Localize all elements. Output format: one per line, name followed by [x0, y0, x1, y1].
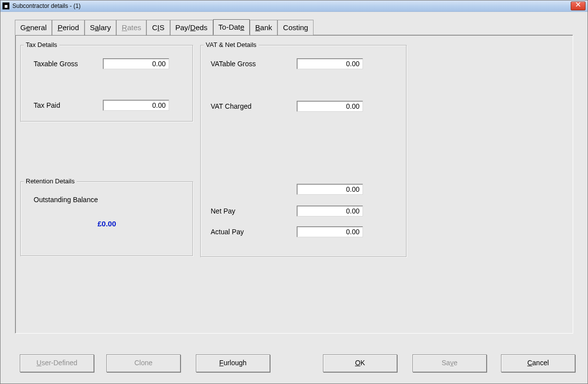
row-actual-pay: Actual Pay — [211, 225, 401, 238]
label-taxable-gross: Taxable Gross — [34, 60, 103, 68]
group-retention-details: Retention Details Outstanding Balance £0… — [20, 181, 193, 256]
group-legend: Retention Details — [24, 177, 77, 185]
dialog-window: ◼ Subcontractor details - (1) General Pe… — [0, 0, 588, 384]
tab-cis[interactable]: CIS — [146, 20, 170, 35]
furlough-button[interactable]: Furlough — [196, 354, 270, 372]
client-area: General Period Salary Rates CIS Pay/Deds… — [1, 12, 587, 383]
tab-panel: Tax Details Taxable Gross Tax Paid Reten… — [15, 35, 573, 334]
user-defined-button[interactable]: User-Defined — [20, 354, 94, 372]
cancel-button[interactable]: Cancel — [501, 354, 575, 372]
group-legend: VAT & Net Details — [204, 41, 259, 48]
ok-button[interactable]: OK — [323, 354, 397, 372]
row-vat-charged: VAT Charged — [211, 100, 401, 113]
tab-paydeds[interactable]: Pay/Deds — [170, 20, 213, 35]
app-icon: ◼ — [2, 2, 9, 9]
group-legend: Tax Details — [24, 41, 59, 48]
tab-bank[interactable]: Bank — [250, 20, 277, 35]
tab-general[interactable]: General — [15, 20, 52, 35]
label-tax-paid: Tax Paid — [34, 101, 103, 109]
input-tax-paid[interactable] — [103, 100, 169, 111]
label-vat-charged: VAT Charged — [211, 102, 297, 110]
row-unlabeled — [211, 183, 401, 196]
label-actual-pay: Actual Pay — [211, 228, 297, 236]
tab-strip: General Period Salary Rates CIS Pay/Deds… — [15, 19, 314, 35]
window-title: Subcontractor details - (1) — [12, 2, 81, 9]
row-vatable-gross: VATable Gross — [211, 57, 401, 70]
row-tax-paid: Tax Paid — [34, 99, 187, 112]
tab-rates: Rates — [116, 20, 146, 35]
tab-period[interactable]: Period — [52, 20, 84, 35]
input-unlabeled[interactable] — [297, 184, 363, 195]
save-button[interactable]: Save — [412, 354, 487, 372]
input-actual-pay[interactable] — [297, 226, 363, 237]
label-net-pay: Net Pay — [211, 207, 297, 215]
input-vatable-gross[interactable] — [297, 58, 363, 69]
close-icon — [576, 2, 581, 7]
tab-costing[interactable]: Costing — [277, 20, 314, 35]
tab-to-date[interactable]: To-Date — [213, 19, 250, 35]
label-vatable-gross: VATable Gross — [211, 60, 297, 68]
row-taxable-gross: Taxable Gross — [34, 57, 187, 70]
tab-salary[interactable]: Salary — [85, 20, 117, 35]
value-outstanding-balance: £0.00 — [21, 219, 193, 228]
close-button[interactable] — [571, 1, 586, 10]
group-tax-details: Tax Details Taxable Gross Tax Paid — [20, 45, 193, 122]
clone-button[interactable]: Clone — [106, 354, 181, 372]
input-vat-charged[interactable] — [297, 101, 363, 112]
title-bar: ◼ Subcontractor details - (1) — [0, 0, 588, 12]
button-bar: User-Defined Clone Furlough OK Save Canc… — [1, 354, 587, 374]
label-outstanding-balance: Outstanding Balance — [34, 196, 98, 204]
group-vat-net-details: VAT & Net Details VATable Gross VAT Char… — [200, 45, 407, 257]
input-taxable-gross[interactable] — [103, 58, 169, 69]
input-net-pay[interactable] — [297, 206, 363, 216]
row-net-pay: Net Pay — [211, 205, 401, 217]
